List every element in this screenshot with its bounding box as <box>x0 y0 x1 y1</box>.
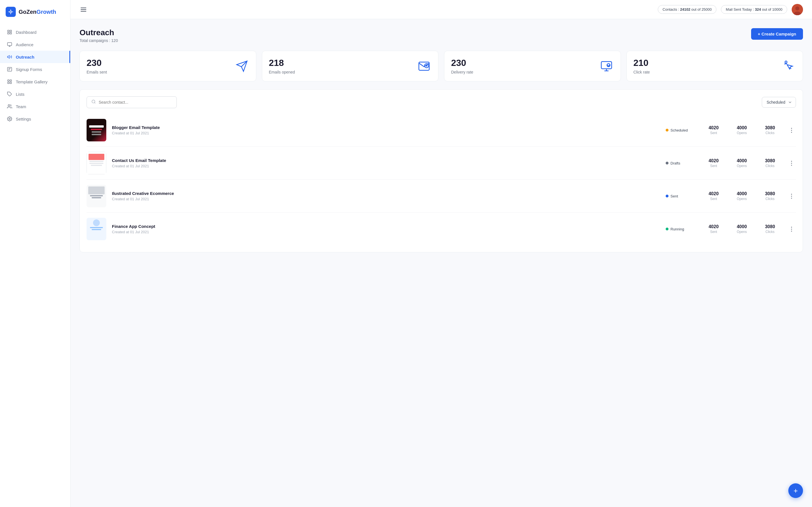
sidebar-nav: Dashboard Audience Outreach <box>0 24 70 507</box>
send-icon <box>235 59 249 73</box>
sidebar-item-label: Team <box>16 104 26 109</box>
sidebar-item-team[interactable]: Team <box>0 100 70 113</box>
campaign-menu-button[interactable]: ⋮ <box>787 224 796 233</box>
gear-icon <box>7 116 12 122</box>
campaign-opens-number: 4000 <box>730 158 753 163</box>
campaign-menu-button[interactable]: ⋮ <box>787 126 796 135</box>
avatar[interactable] <box>792 4 803 15</box>
campaign-date: Created at 01 Jul 2021 <box>112 131 660 135</box>
campaign-opens: 4000 Opens <box>730 125 753 135</box>
sidebar-item-outreach[interactable]: Outreach <box>0 51 70 63</box>
campaign-opens-label: Opens <box>730 230 753 234</box>
campaign-sent-label: Sent <box>702 230 725 234</box>
campaign-opens-number: 4000 <box>730 224 753 229</box>
campaign-clicks-number: 3080 <box>759 125 781 130</box>
sidebar-item-audience[interactable]: Audience <box>0 38 70 51</box>
svg-point-16 <box>795 6 799 10</box>
sidebar-item-lists[interactable]: Lists <box>0 88 70 100</box>
sidebar-item-label: Signup Forms <box>16 67 42 72</box>
svg-line-27 <box>94 103 95 103</box>
search-box[interactable] <box>87 96 177 108</box>
status-label: Sent <box>670 194 678 198</box>
logo: GoZenGrowth <box>0 0 70 24</box>
campaign-name: Blogger Email Template <box>112 125 660 130</box>
team-icon <box>7 104 12 109</box>
svg-rect-9 <box>10 80 11 81</box>
campaign-clicks-number: 3080 <box>759 191 781 196</box>
svg-marker-6 <box>8 55 10 59</box>
plus-icon: + <box>794 487 798 495</box>
campaign-sent-label: Sent <box>702 197 725 201</box>
campaign-name: Contact Us Email Template <box>112 158 660 163</box>
svg-rect-4 <box>10 33 11 34</box>
campaign-thumbnail <box>87 152 106 174</box>
stat-card-emails-sent: 230 Emails sent <box>80 51 256 81</box>
fab-button[interactable]: + <box>788 483 803 498</box>
logo-gozen: GoZen <box>18 9 36 15</box>
campaign-clicks-label: Clicks <box>759 131 781 135</box>
campaign-row: Finance App Concept Created at 01 Jul 20… <box>87 213 796 245</box>
stat-label: Delivery rate <box>451 70 473 74</box>
campaign-info: Ilustrated Creative Ecommerce Created at… <box>112 191 660 201</box>
stats-grid: 230 Emails sent 218 Emails opened <box>80 51 803 81</box>
campaign-opens-label: Opens <box>730 164 753 168</box>
mail-sent-badge: Mail Sent Today : 324 out of 10000 <box>721 5 787 14</box>
campaign-status: Sent <box>666 194 697 198</box>
campaign-thumbnail <box>87 119 106 142</box>
sidebar-item-signup-forms[interactable]: Signup Forms <box>0 63 70 75</box>
create-campaign-button[interactable]: + Create Campaign <box>751 28 803 40</box>
status-filter[interactable]: Scheduled Drafts Sent Running <box>762 97 796 108</box>
status-label: Scheduled <box>670 128 688 132</box>
campaign-sent: 4020 Sent <box>702 224 725 234</box>
megaphone-icon <box>7 54 12 60</box>
sidebar-item-template-gallery[interactable]: Template Gallery <box>0 75 70 88</box>
campaign-clicks: 3080 Clicks <box>759 191 781 201</box>
status-dot <box>666 162 668 165</box>
status-dot <box>666 228 668 230</box>
page-subtitle: Total campaigns : 120 <box>80 38 118 43</box>
campaign-opens: 4000 Opens <box>730 158 753 168</box>
campaign-sent-label: Sent <box>702 164 725 168</box>
campaign-menu-button[interactable]: ⋮ <box>787 191 796 201</box>
hamburger-menu[interactable] <box>80 6 87 13</box>
sidebar-item-dashboard[interactable]: Dashboard <box>0 26 70 38</box>
svg-rect-1 <box>8 30 9 32</box>
campaign-thumbnail <box>87 218 106 240</box>
svg-rect-11 <box>10 82 11 83</box>
campaign-thumbnail <box>87 185 106 207</box>
campaign-opens-label: Opens <box>730 197 753 201</box>
status-dot <box>666 129 668 131</box>
campaign-status: Drafts <box>666 161 697 165</box>
campaign-sent: 4020 Sent <box>702 158 725 168</box>
page-title: Outreach <box>80 28 118 37</box>
status-label: Drafts <box>670 161 680 165</box>
svg-point-26 <box>92 100 95 103</box>
stat-number: 230 <box>451 58 473 68</box>
svg-point-25 <box>785 61 787 63</box>
active-indicator <box>69 51 70 63</box>
campaign-row: Blogger Email Template Created at 01 Jul… <box>87 114 796 147</box>
contacts-value: 24102 <box>680 7 690 11</box>
logo-icon <box>6 7 16 17</box>
email-open-icon <box>417 59 432 73</box>
status-label: Running <box>670 227 684 231</box>
svg-point-13 <box>8 105 10 106</box>
stat-number: 230 <box>87 58 107 68</box>
campaign-date: Created at 01 Jul 2021 <box>112 230 660 234</box>
campaign-sent-number: 4020 <box>702 125 725 130</box>
sidebar-item-settings[interactable]: Settings <box>0 113 70 125</box>
campaign-menu-button[interactable]: ⋮ <box>787 159 796 168</box>
content-area: Outreach Total campaigns : 120 + Create … <box>70 19 812 507</box>
campaign-clicks-label: Clicks <box>759 230 781 234</box>
click-icon <box>781 59 796 73</box>
tag-icon <box>7 91 12 97</box>
svg-rect-10 <box>8 82 9 83</box>
campaign-sent-number: 4020 <box>702 224 725 229</box>
search-input[interactable] <box>99 100 172 105</box>
stat-label: Emails opened <box>269 70 295 74</box>
logo-growth: Growth <box>36 9 56 15</box>
campaign-status: Running <box>666 227 697 231</box>
campaign-clicks-number: 3080 <box>759 158 781 163</box>
campaign-opens: 4000 Opens <box>730 191 753 201</box>
forms-icon <box>7 66 12 72</box>
